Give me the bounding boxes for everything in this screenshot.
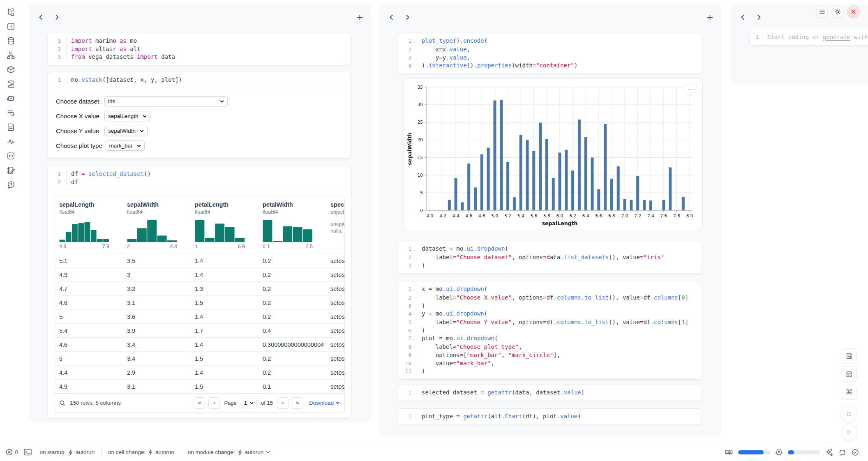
code-line[interactable]: 1mo.vstack([dataset, x, y, plot]) (50, 76, 346, 84)
code-cell-imports[interactable]: 1import marimo as mo2import altair as al… (47, 33, 351, 65)
x-value-dropdown[interactable]: sepalLength (104, 111, 150, 121)
activity-icon[interactable] (2, 134, 20, 149)
plot-type-dropdown[interactable]: mark_bar (106, 141, 145, 151)
code-line[interactable]: 1plot_type = getattr(alt.Chart(df), plot… (401, 413, 697, 421)
code-cell-plot-type[interactable]: 1plot_type = getattr(alt.Chart(df), plot… (398, 408, 702, 425)
code-line[interactable]: 3from vega_datasets import data (50, 53, 346, 61)
fold-chevron-icon[interactable]: ⌄ (411, 37, 417, 46)
code-line[interactable]: 2df (50, 178, 346, 187)
chevron-right-icon[interactable] (403, 14, 412, 21)
chevron-right-icon[interactable] (755, 14, 764, 21)
terminal-button[interactable] (24, 449, 32, 456)
table-row[interactable]: 4.73.21.30.2setosa (54, 281, 345, 295)
code-line[interactable]: 1⌄x = mo.ui.dropdown( (401, 285, 697, 294)
code-square-icon[interactable] (2, 149, 20, 163)
notebook-pen-icon[interactable] (2, 163, 20, 177)
table-row[interactable]: 5.13.51.40.2setosa (54, 254, 345, 267)
stop-button[interactable] (841, 406, 857, 422)
table-row[interactable]: 53.41.50.2setosa (54, 351, 345, 365)
code-cell-selected-dataset[interactable]: 1selected_dataset = getattr(data, datase… (398, 385, 702, 401)
code-line[interactable]: 6) (401, 327, 697, 335)
code-line[interactable]: 1df = selected_dataset() (50, 170, 346, 178)
code-line[interactable]: 1import marimo as mo (50, 37, 346, 45)
table-row[interactable]: 4.93.11.50.1setosa (54, 379, 345, 393)
y-value-dropdown[interactable]: sepalWidth (104, 126, 148, 136)
code-line[interactable]: 7⌄plot = mo.ui.dropdown( (401, 334, 697, 343)
table-row[interactable]: 4.63.41.40.30000000000000004setosa (54, 337, 345, 351)
close-button[interactable] (847, 5, 860, 18)
code-line[interactable]: 3) (401, 302, 697, 310)
table-column-header[interactable]: petalLengthfloat6416.9 (190, 201, 258, 249)
add-cell-button[interactable] (356, 13, 364, 21)
code-line[interactable]: 8 label="Choose plot type", (401, 343, 697, 351)
dataset-dropdown[interactable]: iris (104, 96, 228, 106)
code-line[interactable]: 2 label="Choose X value", options=df.col… (401, 294, 697, 302)
bar-chart[interactable]: 4.04.24.44.64.85.05.25.45.65.86.06.26.46… (405, 82, 699, 227)
code-cell-plot[interactable]: 1⌄plot_type().encode(2 x=x.value,3 y=y.v… (398, 33, 702, 74)
chevron-left-icon[interactable] (387, 14, 396, 21)
code-line[interactable]: 2import altair as alt (50, 45, 346, 53)
column-name[interactable]: sepalWidth (127, 201, 190, 208)
code-line[interactable]: 4⌄y = mo.ui.dropdown( (401, 310, 697, 318)
code-line[interactable]: 1selected_dataset = getattr(data, datase… (401, 389, 697, 397)
column-name[interactable]: petalWidth (263, 201, 326, 208)
package-icon[interactable] (2, 62, 20, 77)
column-name[interactable]: petalLength (195, 201, 258, 208)
fold-chevron-icon[interactable]: ⌄ (411, 334, 417, 343)
save-button[interactable] (842, 348, 856, 363)
command-palette-button[interactable]: ⌘ (842, 385, 856, 399)
chevron-left-icon[interactable] (36, 14, 45, 21)
code-cell-dataset-dropdown[interactable]: 1⌄dataset = mo.ui.dropdown(2 label="Choo… (398, 241, 702, 274)
code-line[interactable]: 3) (401, 262, 697, 270)
chevron-left-icon[interactable] (738, 14, 747, 21)
table-row[interactable]: 4.42.91.40.2setosa (54, 365, 345, 379)
table-row[interactable]: 4.931.40.2setosa (54, 267, 345, 281)
search-list-icon[interactable] (2, 106, 20, 120)
function-square-icon[interactable]: f (2, 19, 20, 34)
code-line[interactable]: 1⌄dataset = mo.ui.dropdown( (401, 245, 697, 254)
code-line[interactable]: 10 value="mark_bar", (401, 360, 697, 368)
empty-code-cell[interactable]: 1 Start coding or generate with (749, 28, 868, 46)
table-row[interactable]: 5.43.91.70.4setosa (54, 323, 345, 337)
download-button[interactable]: Download (309, 400, 339, 406)
menu-button[interactable] (816, 6, 828, 18)
code-line[interactable]: 11) (401, 367, 697, 376)
code-cell-dataframe[interactable]: 1df = selected_dataset()2df sepalLengthf… (47, 166, 351, 419)
chart-actions-button[interactable] (684, 83, 697, 96)
document-icon[interactable] (2, 120, 20, 134)
prev-page-button[interactable]: ‹ (208, 397, 220, 409)
chat-bot-icon[interactable] (2, 91, 20, 106)
code-line[interactable]: 2 x=x.value, (401, 46, 697, 54)
help-bubble-icon[interactable]: ? (2, 177, 20, 192)
column-name[interactable]: sepalLength (59, 201, 122, 208)
table-column-header[interactable]: sepalWidthfloat6424.4 (122, 201, 190, 249)
scroll-icon[interactable] (2, 77, 20, 91)
code-line[interactable]: 1⌄plot_type().encode( (401, 37, 697, 46)
code-line[interactable]: 2 label="Choose dataset", options=data.l… (401, 254, 697, 262)
fold-chevron-icon[interactable]: ⌄ (411, 285, 417, 294)
table-row[interactable]: 53.61.40.2setosa (54, 309, 345, 323)
layout-button[interactable] (842, 366, 856, 381)
first-page-button[interactable]: « (194, 397, 205, 409)
runtime-config-menu[interactable]: on cell change:autorun (106, 449, 177, 455)
add-cell-button[interactable] (706, 13, 714, 21)
code-line[interactable]: 5 label="Choose Y value", options=df.col… (401, 318, 697, 327)
run-button[interactable] (841, 424, 857, 440)
ai-sparkles-icon[interactable] (825, 448, 833, 456)
code-cell-vstack[interactable]: 1mo.vstack([dataset, x, y, plot]) Choose… (47, 72, 351, 159)
runtime-config-menu[interactable]: on module change:autorun (185, 449, 273, 455)
code-cell-xy-plot-dropdowns[interactable]: 1⌄x = mo.ui.dropdown(2 label="Choose X v… (398, 281, 702, 380)
code-line[interactable]: 9 options=["mark_bar", "mark_circle"], (401, 351, 697, 360)
code-line[interactable]: 3 y=y.value, (401, 54, 697, 62)
file-tree-icon[interactable] (2, 5, 20, 19)
github-octocat-icon[interactable] (838, 448, 846, 456)
chevron-right-icon[interactable] (53, 14, 62, 21)
last-page-button[interactable]: » (292, 397, 303, 409)
dependency-graph-icon[interactable] (2, 48, 20, 62)
table-column-header[interactable]: speciesobjectunique:nulls: (326, 201, 345, 249)
column-name[interactable]: species (330, 201, 345, 208)
runtime-config-menu[interactable]: on startup:autorun (37, 449, 97, 455)
database-icon[interactable] (2, 34, 20, 48)
table-row[interactable]: 4.63.11.50.2setosa (54, 295, 345, 309)
code-placeholder[interactable]: Start coding or generate with (762, 34, 868, 40)
